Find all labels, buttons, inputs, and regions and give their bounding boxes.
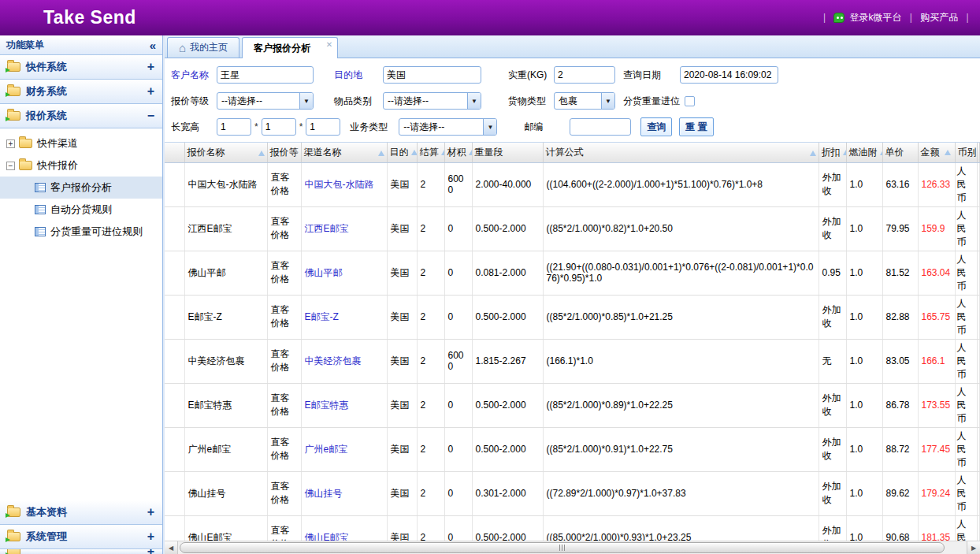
expand-plus-icon[interactable]: + <box>147 85 154 98</box>
channel-link[interactable]: 中美经济包裹 <box>301 339 387 383</box>
sidebar-section-system-mgmt[interactable]: 系统管理 + <box>0 525 162 549</box>
sort-icon[interactable] <box>378 151 384 156</box>
row-selector-cell[interactable] <box>165 251 184 295</box>
sort-icon[interactable] <box>469 150 473 155</box>
expand-plus-icon[interactable]: + <box>147 549 154 554</box>
tree-item-express-quote[interactable]: − 快件报价 <box>0 154 162 177</box>
collapse-sidebar-icon[interactable]: « <box>150 39 156 51</box>
tree-expander-minus-icon[interactable]: − <box>6 162 15 170</box>
table-row[interactable]: 佛山平邮直客价格佛山平邮美国200.081-2.000((21.90+((0.0… <box>165 251 979 295</box>
buy-product-link[interactable]: 购买产品 <box>920 11 958 24</box>
table-row[interactable]: 佛山挂号直客价格佛山挂号美国200.301-2.000((72.89*2/1.0… <box>165 471 979 515</box>
cargo-type-select[interactable]: 包裹 ▼ <box>554 92 615 110</box>
header-quote-name[interactable]: 报价名称 <box>184 143 267 162</box>
weight-input[interactable] <box>554 66 615 84</box>
scrollbar-thumb[interactable] <box>180 542 945 553</box>
chevron-down-icon[interactable]: ▼ <box>299 93 313 109</box>
close-tab-icon[interactable]: ✕ <box>326 40 332 49</box>
sidebar-section-finance[interactable]: 财务系统 + <box>0 80 162 104</box>
biz-type-select[interactable]: --请选择-- ▼ <box>399 118 497 136</box>
volume-factor-cell: 0 <box>444 295 472 339</box>
weight-carry-checkbox[interactable] <box>685 96 695 106</box>
reset-button[interactable]: 重 置 <box>679 117 713 136</box>
height-input[interactable] <box>306 118 340 136</box>
expand-plus-icon[interactable]: + <box>147 61 154 73</box>
table-row[interactable]: 中国大包-水陆路直客价格中国大包-水陆路美国260002.000-40.000(… <box>165 162 979 206</box>
chevron-down-icon[interactable]: ▼ <box>483 119 496 135</box>
header-fuel-surcharge[interactable]: 燃油附 <box>846 143 882 162</box>
header-channel-name[interactable]: 渠道名称 <box>301 143 387 162</box>
header-weight-range[interactable]: 重量段 <box>472 143 543 162</box>
sort-icon[interactable] <box>411 150 418 155</box>
sort-icon[interactable] <box>258 151 265 156</box>
horizontal-scrollbar[interactable]: ◀ ▶ <box>165 541 980 554</box>
sort-icon[interactable] <box>843 150 847 155</box>
scroll-left-icon[interactable]: ◀ <box>165 541 178 554</box>
destination-input[interactable] <box>383 66 481 84</box>
row-selector-cell[interactable] <box>165 383 184 427</box>
channel-link[interactable]: E邮宝-Z <box>301 295 387 339</box>
scrollbar-track[interactable] <box>178 541 967 554</box>
header-formula[interactable]: 计算公式 <box>543 143 819 162</box>
sidebar-section-quote[interactable]: 报价系统 − <box>0 104 162 128</box>
channel-link[interactable]: 佛山E邮宝 <box>301 515 387 541</box>
header-destination[interactable]: 目的 <box>387 143 417 162</box>
tab-my-home[interactable]: ⌂ 我的主页 <box>167 37 239 58</box>
header-amount[interactable]: 金额 <box>918 143 955 162</box>
sort-icon[interactable] <box>945 150 951 155</box>
channel-link[interactable]: 佛山平邮 <box>301 251 387 295</box>
width-input[interactable] <box>262 118 296 136</box>
table-row[interactable]: 中美经济包裹直客价格中美经济包裹美国260001.815-2.267(166.1… <box>165 339 979 383</box>
quote-grade-select[interactable]: --请选择-- ▼ <box>217 92 314 110</box>
channel-link[interactable]: E邮宝特惠 <box>301 383 387 427</box>
search-button[interactable]: 查询 <box>640 117 672 136</box>
channel-link[interactable]: 佛山挂号 <box>301 471 387 515</box>
table-row[interactable]: E邮宝-Z直客价格E邮宝-Z美国200.500-2.000((85*2/1.00… <box>165 295 979 339</box>
row-selector-cell[interactable] <box>165 295 184 339</box>
sidebar-section-clipped[interactable]: + <box>0 549 162 554</box>
header-unit-price[interactable]: 单价 <box>882 143 918 162</box>
row-selector-cell[interactable] <box>165 162 184 206</box>
sort-icon[interactable] <box>880 150 883 155</box>
sort-icon[interactable] <box>441 150 445 155</box>
tree-item-auto-sorting-rule[interactable]: 自动分货规则 <box>0 199 162 221</box>
row-selector-cell[interactable] <box>165 339 184 383</box>
channel-link[interactable]: 广州e邮宝 <box>301 427 387 471</box>
tree-item-customer-quote-analysis[interactable]: 客户报价分析 <box>0 177 162 199</box>
currency-cell: 人民币 <box>955 471 977 515</box>
length-input[interactable] <box>217 118 251 136</box>
channel-link[interactable]: 江西E邮宝 <box>301 206 387 251</box>
channel-link[interactable]: 中国大包-水陆路 <box>301 162 387 206</box>
header-discount[interactable]: 折扣 <box>819 143 846 162</box>
tree-item-weight-carry-rule[interactable]: 分货重量可进位规则 <box>0 221 162 243</box>
row-selector-cell[interactable] <box>165 206 184 251</box>
header-currency[interactable]: 币别 <box>955 143 977 162</box>
expand-plus-icon[interactable]: + <box>147 506 154 519</box>
zip-input[interactable] <box>570 118 631 136</box>
tab-customer-quote-analysis[interactable]: 客户报价分析 ✕ <box>242 37 338 58</box>
header-volume-factor[interactable]: 材积 <box>444 143 472 162</box>
chevron-down-icon[interactable]: ▼ <box>467 93 481 109</box>
scroll-right-icon[interactable]: ▶ <box>967 541 980 554</box>
sidebar-section-basic-data[interactable]: 基本资料 + <box>0 500 162 525</box>
tree-item-express-channel[interactable]: + 快件渠道 <box>0 132 162 154</box>
table-row[interactable]: 江西E邮宝直客价格江西E邮宝美国200.500-2.000((85*2/1.00… <box>165 206 979 251</box>
row-selector-cell[interactable] <box>165 427 184 471</box>
table-row[interactable]: E邮宝特惠直客价格E邮宝特惠美国200.500-2.000((85*2/1.00… <box>165 383 979 427</box>
login-kwei-link[interactable]: 登录k微平台 <box>849 11 901 24</box>
sidebar-section-express[interactable]: 快件系统 + <box>0 55 162 80</box>
expand-plus-icon[interactable]: + <box>147 530 154 543</box>
customer-name-input[interactable] <box>217 66 314 84</box>
item-type-select[interactable]: --请选择-- ▼ <box>383 92 481 110</box>
sort-icon[interactable] <box>810 151 816 156</box>
row-selector-cell[interactable] <box>165 515 184 541</box>
table-row[interactable]: 佛山E邮宝直客价格佛山E邮宝美国200.500-2.000((85.000*2/… <box>165 515 979 541</box>
header-quote-grade[interactable]: 报价等 <box>267 143 301 162</box>
chevron-down-icon[interactable]: ▼ <box>601 93 614 109</box>
tree-expander-plus-icon[interactable]: + <box>6 139 15 148</box>
row-selector-cell[interactable] <box>165 471 184 515</box>
table-row[interactable]: 广州e邮宝直客价格广州e邮宝美国200.500-2.000((85*2/1.00… <box>165 427 979 471</box>
query-date-input[interactable] <box>680 66 778 84</box>
collapse-minus-icon[interactable]: − <box>147 110 154 122</box>
header-settle-weight[interactable]: 结算 <box>417 143 444 162</box>
